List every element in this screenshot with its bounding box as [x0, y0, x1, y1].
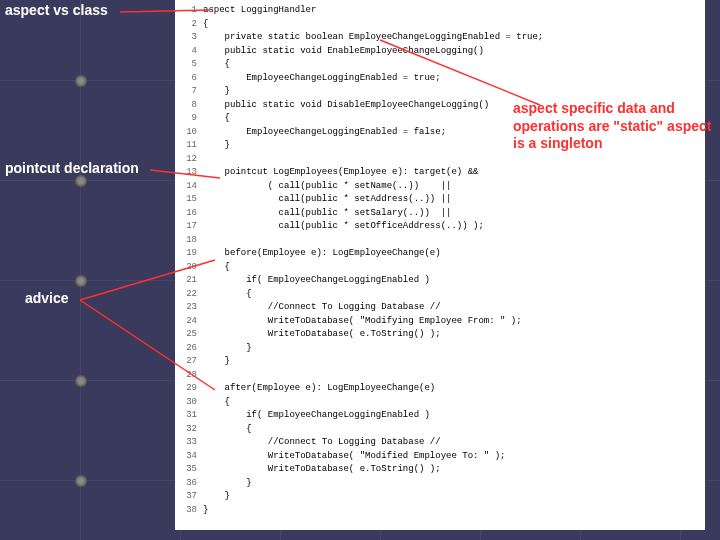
line-number: 28: [175, 369, 203, 383]
code-line: 5 {: [175, 58, 705, 72]
code-text: [203, 153, 705, 167]
line-number: 3: [175, 31, 203, 45]
code-line: 36 }: [175, 477, 705, 491]
code-text: }: [203, 504, 705, 518]
line-number: 27: [175, 355, 203, 369]
line-number: 8: [175, 99, 203, 113]
line-number: 12: [175, 153, 203, 167]
code-text: {: [203, 261, 705, 275]
code-line: 12: [175, 153, 705, 167]
code-text: ( call(public * setName(..)) ||: [203, 180, 705, 194]
line-number: 26: [175, 342, 203, 356]
line-number: 10: [175, 126, 203, 140]
code-line: 19 before(Employee e): LogEmployeeChange…: [175, 247, 705, 261]
line-number: 35: [175, 463, 203, 477]
code-line: 35 WriteToDatabase( e.ToString() );: [175, 463, 705, 477]
line-number: 14: [175, 180, 203, 194]
code-text: }: [203, 477, 705, 491]
line-number: 37: [175, 490, 203, 504]
code-text: {: [203, 58, 705, 72]
line-number: 36: [175, 477, 203, 491]
code-line: 34 WriteToDatabase( "Modified Employee T…: [175, 450, 705, 464]
code-text: pointcut LogEmployees(Employee e): targe…: [203, 166, 705, 180]
code-line: 20 {: [175, 261, 705, 275]
code-line: 17 call(public * setOfficeAddress(..)) )…: [175, 220, 705, 234]
line-number: 7: [175, 85, 203, 99]
line-number: 11: [175, 139, 203, 153]
code-line: 3 private static boolean EmployeeChangeL…: [175, 31, 705, 45]
code-text: if( EmployeeChangeLoggingEnabled ): [203, 274, 705, 288]
line-number: 5: [175, 58, 203, 72]
code-text: }: [203, 490, 705, 504]
code-text: call(public * setSalary(..)) ||: [203, 207, 705, 221]
code-text: {: [203, 423, 705, 437]
line-number: 19: [175, 247, 203, 261]
code-line: 16 call(public * setSalary(..)) ||: [175, 207, 705, 221]
code-text: WriteToDatabase( "Modified Employee To: …: [203, 450, 705, 464]
code-text: }: [203, 342, 705, 356]
code-text: before(Employee e): LogEmployeeChange(e): [203, 247, 705, 261]
code-text: [203, 369, 705, 383]
line-number: 32: [175, 423, 203, 437]
line-number: 20: [175, 261, 203, 275]
line-number: 22: [175, 288, 203, 302]
line-number: 17: [175, 220, 203, 234]
code-text: public static void EnableEmployeeChangeL…: [203, 45, 705, 59]
line-number: 18: [175, 234, 203, 248]
code-line: 4 public static void EnableEmployeeChang…: [175, 45, 705, 59]
code-text: after(Employee e): LogEmployeeChange(e): [203, 382, 705, 396]
code-line: 1aspect LoggingHandler: [175, 4, 705, 18]
annotation-aspect-vs-class: aspect vs class: [5, 2, 170, 20]
code-text: WriteToDatabase( e.ToString() );: [203, 463, 705, 477]
code-text: [203, 234, 705, 248]
code-line: 7 }: [175, 85, 705, 99]
line-number: 4: [175, 45, 203, 59]
code-line: 14 ( call(public * setName(..)) ||: [175, 180, 705, 194]
line-number: 23: [175, 301, 203, 315]
line-number: 25: [175, 328, 203, 342]
line-number: 2: [175, 18, 203, 32]
line-number: 13: [175, 166, 203, 180]
line-number: 38: [175, 504, 203, 518]
annotation-advice: advice: [25, 290, 165, 308]
code-text: }: [203, 355, 705, 369]
code-line: 32 {: [175, 423, 705, 437]
code-text: //Connect To Logging Database //: [203, 301, 705, 315]
code-line: 21 if( EmployeeChangeLoggingEnabled ): [175, 274, 705, 288]
code-line: 25 WriteToDatabase( e.ToString() );: [175, 328, 705, 342]
line-number: 34: [175, 450, 203, 464]
code-text: }: [203, 85, 705, 99]
code-panel: 1aspect LoggingHandler2{3 private static…: [175, 0, 705, 530]
bg-dot: [75, 375, 87, 387]
line-number: 33: [175, 436, 203, 450]
code-line: 27 }: [175, 355, 705, 369]
code-line: 18: [175, 234, 705, 248]
code-line: 29 after(Employee e): LogEmployeeChange(…: [175, 382, 705, 396]
code-line: 15 call(public * setAddress(..)) ||: [175, 193, 705, 207]
code-line: 2{: [175, 18, 705, 32]
code-text: {: [203, 396, 705, 410]
code-text: {: [203, 288, 705, 302]
code-text: aspect LoggingHandler: [203, 4, 705, 18]
code-line: 30 {: [175, 396, 705, 410]
code-line: 22 {: [175, 288, 705, 302]
code-line: 23 //Connect To Logging Database //: [175, 301, 705, 315]
line-number: 24: [175, 315, 203, 329]
code-text: call(public * setAddress(..)) ||: [203, 193, 705, 207]
code-text: WriteToDatabase( "Modifying Employee Fro…: [203, 315, 705, 329]
annotation-pointcut-declaration: pointcut declaration: [5, 160, 170, 178]
code-text: WriteToDatabase( e.ToString() );: [203, 328, 705, 342]
code-line: 6 EmployeeChangeLoggingEnabled = true;: [175, 72, 705, 86]
code-line: 24 WriteToDatabase( "Modifying Employee …: [175, 315, 705, 329]
line-number: 1: [175, 4, 203, 18]
code-text: if( EmployeeChangeLoggingEnabled ): [203, 409, 705, 423]
code-text: EmployeeChangeLoggingEnabled = true;: [203, 72, 705, 86]
line-number: 31: [175, 409, 203, 423]
bg-dot: [75, 75, 87, 87]
line-number: 6: [175, 72, 203, 86]
code-line: 37 }: [175, 490, 705, 504]
line-number: 21: [175, 274, 203, 288]
line-number: 16: [175, 207, 203, 221]
code-line: 38}: [175, 504, 705, 518]
line-number: 30: [175, 396, 203, 410]
